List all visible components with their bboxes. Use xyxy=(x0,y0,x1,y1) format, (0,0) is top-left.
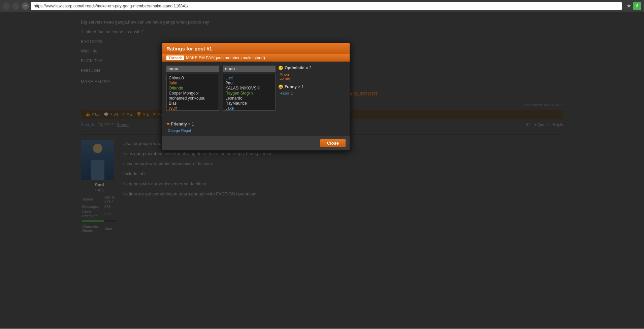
optimistic-label: 🙂 Optimistic × 2 xyxy=(278,66,346,70)
user-lomey[interactable]: Lomey xyxy=(280,76,344,80)
user-raygen[interactable]: Raygen Stoglin xyxy=(225,91,273,96)
friendly-label-row: ❤ Friendly × 1 xyxy=(166,122,346,126)
back-button[interactable]: ← xyxy=(3,2,10,10)
like-list-2[interactable]: Luci Paul . KALASHNIKOVSKI Raygen Stogli… xyxy=(223,74,276,111)
user-luci[interactable]: Luci xyxy=(225,76,273,80)
url-text: https://www.lawlessrp.com/threads/make-e… xyxy=(34,4,188,8)
refresh-button[interactable]: ⟳ xyxy=(22,2,29,10)
user-razor-q[interactable]: Razor Q xyxy=(280,91,344,95)
close-button[interactable]: Close xyxy=(320,139,346,147)
funny-block: 😄 Funny × 1 Razor Q xyxy=(278,84,346,96)
like-col2-header: nuuu xyxy=(223,66,276,72)
like-col-1: nuuu Chinoo0 Jaim Orlando Cooper Mongool… xyxy=(166,66,219,111)
thread-title: MAKE EM PAY(gang members make stand) xyxy=(186,56,265,60)
ratings-modal: Ratings for post #1 Thread: MAKE EM PAY(… xyxy=(162,42,350,151)
user-blas[interactable]: Blas xyxy=(169,101,217,106)
modal-footer: Close xyxy=(162,136,350,150)
user-paul[interactable]: Paul . xyxy=(225,81,273,85)
bookmark-icon[interactable]: ★ xyxy=(626,3,631,9)
modal-header: Ratings for post #1 xyxy=(162,43,350,54)
like-col1-header: nuuu xyxy=(166,66,219,72)
optimistic-users: Mrion Lomey xyxy=(278,72,346,81)
page-content: Big servers need gangs,how can we have g… xyxy=(0,12,644,328)
forward-button[interactable]: → xyxy=(12,2,20,10)
funny-rating-icon: 😄 xyxy=(278,84,283,89)
address-bar[interactable]: https://www.lawlessrp.com/threads/make-e… xyxy=(31,2,622,10)
like-col-2: nuuu Luci Paul . KALASHNIKOVSKI Raygen S… xyxy=(223,66,276,111)
optimistic-icon: 🙂 xyxy=(278,66,283,70)
user-mohamed[interactable]: mohamed yonkouuu xyxy=(169,96,217,101)
optimistic-block: 🙂 Optimistic × 2 Mrion Lomey xyxy=(278,66,346,81)
heart-rating-icon: ❤ xyxy=(166,122,170,126)
friendly-section: ❤ Friendly × 1 George Regal xyxy=(162,115,350,136)
user-mrion[interactable]: Mrion xyxy=(280,72,344,76)
friendly-users: George Regal xyxy=(166,128,346,133)
user-kalash[interactable]: KALASHNIKOVSKI xyxy=(225,86,273,90)
modal-body: nuuu Chinoo0 Jaim Orlando Cooper Mongool… xyxy=(162,62,350,115)
browser-chrome: ← → ⟳ https://www.lawlessrp.com/threads/… xyxy=(0,0,644,12)
user-orlando[interactable]: Orlando xyxy=(169,86,217,90)
modal-title: Ratings for post #1 xyxy=(166,46,212,51)
modal-overlay[interactable]: Ratings for post #1 Thread: MAKE EM PAY(… xyxy=(0,12,644,328)
extension-icon: S xyxy=(633,2,641,10)
funny-users: Razor Q xyxy=(278,90,346,96)
divider xyxy=(166,119,346,119)
modal-thread-bar: Thread: MAKE EM PAY(gang members make st… xyxy=(162,54,350,62)
user-george-regal[interactable]: George Regal xyxy=(168,129,344,133)
user-jaim[interactable]: Jaim xyxy=(169,81,217,85)
user-leonardo[interactable]: Leonardo xyxy=(225,96,273,101)
thread-label: Thread: xyxy=(166,56,184,60)
user-chinoo0[interactable]: Chinoo0 xyxy=(169,76,217,80)
user-cooper[interactable]: Cooper Mongool xyxy=(169,91,217,96)
user-raymaurice[interactable]: RayMaurice xyxy=(225,101,273,106)
funny-label: 😄 Funny × 1 xyxy=(278,84,346,89)
ratings-right-col: 🙂 Optimistic × 2 Mrion Lomey 😄 xyxy=(278,66,346,111)
like-list-1[interactable]: Chinoo0 Jaim Orlando Cooper Mongool moha… xyxy=(166,74,219,111)
user-jake[interactable]: Jake_ xyxy=(225,106,273,111)
user-wulf[interactable]: Wulf xyxy=(169,106,217,111)
